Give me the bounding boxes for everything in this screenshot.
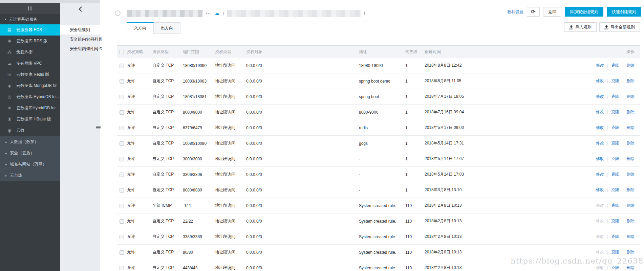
cell-description: System created rule. [359, 219, 405, 224]
teach-me-setup-link[interactable]: 教我设置 [507, 9, 523, 15]
row-checkbox[interactable] [120, 204, 124, 208]
sidebar-item-hbase[interactable]: ♜云数据库 HBase 版 [0, 114, 60, 125]
row-checkbox[interactable] [120, 79, 124, 84]
sidebar-item-rds[interactable]: ❖云数据库 RDS 版 [0, 36, 60, 47]
sidebar-group-cloud-basic-services[interactable]: ▾ 云计算基础服务 [0, 14, 60, 24]
delete-link[interactable]: 删除 [626, 250, 635, 254]
clone-link[interactable]: 克隆 [611, 172, 619, 177]
clone-link[interactable]: 克隆 [611, 125, 619, 130]
delete-link[interactable]: 删除 [626, 110, 635, 114]
sidebar-item-hybriddb-fo[interactable]: ◎云数据库 HybridDB fo... [0, 91, 60, 103]
cell-policy: 允许 [127, 249, 152, 255]
clone-link[interactable]: 克隆 [611, 63, 619, 68]
delete-link[interactable]: 删除 [626, 219, 635, 223]
delete-link[interactable]: 删除 [626, 203, 635, 208]
delete-link[interactable]: 删除 [626, 156, 635, 161]
action-separator: | [607, 250, 608, 254]
row-checkbox[interactable] [120, 157, 124, 161]
sidebar-group-security[interactable]: ▸安全（云盾） [0, 148, 60, 159]
collapse-panel-button[interactable] [60, 3, 100, 15]
clone-link[interactable]: 克隆 [611, 110, 619, 114]
row-checkbox[interactable] [120, 266, 124, 270]
action-separator: | [607, 172, 608, 177]
row-checkbox[interactable] [120, 64, 124, 68]
clone-link[interactable]: 克隆 [611, 265, 619, 270]
quick-create-rule-button[interactable]: 快速创建规则 [607, 7, 641, 17]
row-checkbox[interactable] [120, 173, 124, 177]
delete-link[interactable]: 删除 [626, 94, 635, 99]
row-checkbox[interactable] [120, 110, 124, 115]
delete-link[interactable]: 删除 [626, 234, 635, 239]
delete-link[interactable]: 删除 [626, 63, 635, 68]
clone-link[interactable]: 克隆 [611, 156, 619, 161]
cell-created: 2018年5月14日 17:31 [425, 140, 528, 146]
clone-link[interactable]: 克隆 [611, 219, 619, 223]
row-actions: 修改|克隆|删除 [528, 249, 640, 255]
tab-inbound[interactable]: 入方向 [127, 22, 154, 34]
export-all-rules-button[interactable]: 导出全部规则 [599, 22, 640, 32]
tab-outbound[interactable]: 出方向 [154, 22, 180, 34]
clone-link[interactable]: 克隆 [611, 187, 619, 192]
add-security-group-rule-button[interactable]: 添加安全组规则 [565, 7, 603, 17]
title-separator: / [223, 10, 224, 16]
row-checkbox[interactable] [120, 235, 124, 239]
row-checkbox[interactable] [120, 219, 124, 224]
modify-link[interactable]: 修改 [596, 78, 604, 83]
back-button[interactable]: 返回 [543, 7, 561, 17]
cell-priority: 1 [405, 141, 425, 146]
delete-link[interactable]: 删除 [626, 187, 635, 192]
sidebar-item-redis[interactable]: ⛁云数据库 Redis 版 [0, 69, 60, 80]
modify-link[interactable]: 修改 [596, 125, 604, 130]
column-header: 端口范围 [183, 49, 215, 55]
modify-link[interactable]: 修改 [596, 141, 604, 145]
cell-policy: 允许 [127, 203, 152, 208]
modify-link[interactable]: 修改 [596, 63, 604, 68]
clone-link[interactable]: 克隆 [611, 94, 619, 99]
clone-link[interactable]: 克隆 [611, 234, 619, 239]
sidebar-item-ecs[interactable]: ▤云服务器 ECS [0, 24, 60, 36]
row-checkbox[interactable] [120, 188, 124, 193]
cell-auth_object: 0.0.0.0/0 [246, 63, 359, 68]
delete-link[interactable]: 删除 [626, 78, 635, 83]
row-checkbox[interactable] [120, 126, 124, 130]
secondary-sidebar: 安全组规则安全组内实例列表安全组内弹性网卡 [60, 0, 100, 271]
delete-link[interactable]: 删除 [626, 125, 635, 130]
import-rules-button[interactable]: 导入规则 [564, 22, 597, 32]
direction-tabbar: 入方向出方向 导入规则 导出全部规则 [100, 22, 644, 34]
slb-icon: ⁂ [7, 50, 12, 55]
clone-link[interactable]: 克隆 [611, 78, 619, 83]
modify-link[interactable]: 修改 [596, 94, 604, 99]
modify-link[interactable]: 修改 [596, 187, 604, 192]
panel-resize-handle[interactable] [96, 125, 101, 130]
refresh-button[interactable]: ⟳ [527, 7, 540, 17]
subnav-item-rules[interactable]: 安全组规则 [60, 25, 100, 35]
subnav-item-enis[interactable]: 安全组内弹性网卡 [60, 44, 100, 53]
row-checkbox[interactable] [120, 95, 124, 99]
clone-link[interactable]: 克隆 [611, 250, 619, 254]
sidebar-group-bigdata[interactable]: ▸大数据（数加） [0, 136, 60, 148]
delete-link[interactable]: 删除 [626, 172, 635, 177]
delete-link[interactable]: 删除 [626, 265, 635, 270]
modify-link[interactable]: 修改 [596, 156, 604, 161]
sidebar-item-yunxiao[interactable]: ◉云效 [0, 125, 60, 136]
row-checkbox[interactable] [120, 250, 124, 255]
sidebar-group-market[interactable]: ▸云市场 [0, 170, 60, 181]
select-all-checkbox[interactable] [120, 50, 124, 54]
sidebar-item-hybriddb-for[interactable]: ✶云数据库HybridDB for... [0, 103, 60, 114]
row-checkbox[interactable] [120, 141, 124, 146]
sidebar-collapse-button[interactable] [0, 3, 60, 14]
clone-link[interactable]: 克隆 [611, 203, 619, 208]
sidebar-item-mongodb[interactable]: ◈云数据库 MongoDB 版 [0, 80, 60, 91]
cell-priority: 1 [405, 79, 425, 84]
delete-link[interactable]: 删除 [626, 141, 635, 145]
sidebar-item-slb[interactable]: ⁂负载均衡 [0, 47, 60, 58]
sidebar-item-vpc[interactable]: ☁专有网络 VPC [0, 58, 60, 69]
modify-link[interactable]: 修改 [596, 172, 604, 177]
table-row: 允许全部 ICMP-1/-1地址段访问0.0.0.0/0System creat… [117, 198, 640, 213]
modify-link[interactable]: 修改 [596, 110, 604, 114]
sidebar-group-domains[interactable]: ▸域名与网站（万网） [0, 159, 60, 170]
cell-auth_type: 地址段访问 [215, 249, 246, 255]
clone-link[interactable]: 克隆 [611, 141, 619, 145]
subnav-item-instances[interactable]: 安全组内实例列表 [60, 35, 100, 44]
refresh-icon: ⟳ [531, 9, 535, 15]
